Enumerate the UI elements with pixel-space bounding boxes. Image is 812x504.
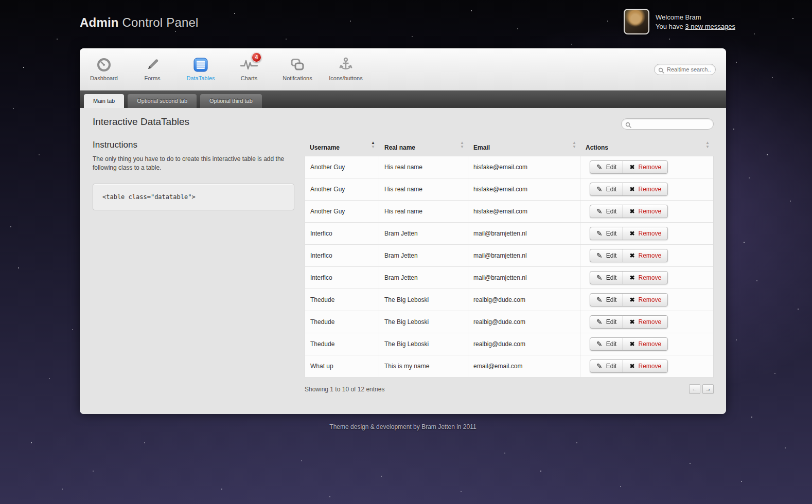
nav-item-notifications[interactable]: Notifcations	[273, 48, 322, 90]
remove-button[interactable]: ✖ Remove	[623, 359, 668, 373]
tab-optional-second[interactable]: Optional second tab	[128, 94, 197, 108]
row-actions: ✎ Edit ✖ Remove	[590, 315, 668, 329]
code-snippet: <table class="datatable">	[93, 184, 294, 210]
avatar[interactable]	[624, 9, 649, 34]
column-header-username[interactable]: Username ▲▼	[305, 139, 379, 156]
actions-cell: ✎ Edit ✖ Remove	[580, 289, 713, 311]
column-header-actions[interactable]: Actions ▲▼	[580, 139, 714, 156]
edit-button[interactable]: ✎ Edit	[590, 183, 623, 196]
nav-label: Dashboard	[80, 75, 128, 81]
row-actions: ✎ Edit ✖ Remove	[590, 227, 668, 240]
table-row: What up This is my name email@email.com …	[305, 355, 713, 377]
edit-button[interactable]: ✎ Edit	[590, 160, 623, 174]
edit-pencil-icon: ✎	[596, 163, 603, 171]
nav-label: Icons/buttons	[322, 75, 370, 81]
edit-button[interactable]: ✎ Edit	[590, 249, 623, 262]
row-actions: ✎ Edit ✖ Remove	[590, 205, 668, 218]
instructions-heading: Instructions	[93, 140, 294, 150]
column-header-email[interactable]: Email ▲▼	[468, 139, 580, 156]
table-row: Interfico Bram Jetten mail@bramjetten.nl…	[305, 267, 713, 289]
remove-button[interactable]: ✖ Remove	[623, 271, 668, 284]
column-header-real-name[interactable]: Real name ▲▼	[379, 139, 468, 156]
nav-label: Notifcations	[273, 75, 322, 81]
edit-pencil-icon: ✎	[596, 185, 603, 193]
row-actions: ✎ Edit ✖ Remove	[590, 337, 668, 351]
site-header: Admin Control Panel Welcome Bram You hav…	[0, 0, 812, 48]
previous-page-button[interactable]: ←	[689, 384, 700, 394]
page-title: Interactive DataTables	[93, 116, 189, 128]
sort-control: ▲▼	[371, 141, 375, 149]
table-row: Interfico Bram Jetten mail@bramjetten.nl…	[305, 223, 713, 245]
remove-button-label: Remove	[638, 186, 661, 193]
edit-button-label: Edit	[606, 252, 617, 259]
remove-button[interactable]: ✖ Remove	[623, 205, 668, 218]
sort-descending-icon: ▼	[572, 145, 576, 149]
nav-item-forms[interactable]: Forms	[128, 48, 176, 90]
email-cell: realbig@dude.com	[468, 333, 580, 355]
next-page-button[interactable]: →	[702, 384, 714, 394]
remove-button[interactable]: ✖ Remove	[623, 183, 668, 196]
nav-item-datatables[interactable]: DataTables	[176, 48, 225, 90]
remove-button[interactable]: ✖ Remove	[623, 227, 668, 240]
nav-item-dashboard[interactable]: Dashboard	[80, 48, 128, 90]
sort-descending-icon: ▼	[371, 145, 375, 149]
tab-optional-third[interactable]: Optional third tab	[200, 94, 262, 108]
username-cell: Another Guy	[305, 201, 379, 222]
pagination: ← →	[689, 384, 714, 394]
edit-button[interactable]: ✎ Edit	[590, 293, 623, 307]
row-actions: ✎ Edit ✖ Remove	[590, 271, 668, 284]
email-cell: mail@bramjetten.nl	[468, 267, 580, 289]
real-name-cell: This is my name	[379, 355, 468, 377]
username-cell: Interfico	[305, 223, 379, 244]
tab-main[interactable]: Main tab	[84, 94, 124, 108]
username-cell: Another Guy	[305, 156, 379, 178]
messages-prefix: You have	[656, 23, 685, 30]
email-cell: email@email.com	[468, 355, 580, 377]
search-icon	[625, 121, 631, 130]
remove-x-icon: ✖	[629, 208, 634, 215]
email-cell: hisfake@email.com	[468, 156, 580, 178]
nav-item-icons-buttons[interactable]: Icons/buttons	[322, 48, 370, 90]
username-cell: Another Guy	[305, 178, 379, 200]
actions-cell: ✎ Edit ✖ Remove	[580, 223, 713, 244]
table-row: Thedude The Big Leboski realbig@dude.com…	[305, 289, 713, 311]
table-filter-search	[621, 118, 714, 130]
username-cell: Interfico	[305, 245, 379, 266]
user-text: Welcome Bram You have 3 new messages	[656, 9, 735, 34]
actions-cell: ✎ Edit ✖ Remove	[580, 245, 713, 266]
remove-button[interactable]: ✖ Remove	[623, 293, 668, 307]
actions-cell: ✎ Edit ✖ Remove	[580, 156, 713, 178]
main-panel: Dashboard Forms DataTables 4 Charts No	[80, 48, 726, 414]
remove-button[interactable]: ✖ Remove	[623, 160, 668, 174]
edit-button[interactable]: ✎ Edit	[590, 359, 623, 373]
edit-button[interactable]: ✎ Edit	[590, 205, 623, 218]
actions-cell: ✎ Edit ✖ Remove	[580, 311, 713, 333]
edit-pencil-icon: ✎	[596, 340, 603, 348]
remove-button[interactable]: ✖ Remove	[623, 315, 668, 329]
windows-icon	[273, 56, 322, 74]
actions-cell: ✎ Edit ✖ Remove	[580, 201, 713, 222]
edit-button[interactable]: ✎ Edit	[590, 315, 623, 329]
edit-button-label: Edit	[606, 340, 617, 348]
row-actions: ✎ Edit ✖ Remove	[590, 160, 668, 174]
new-messages-link[interactable]: 3 new messages	[685, 23, 735, 30]
nav-item-charts[interactable]: 4 Charts	[225, 48, 273, 90]
edit-pencil-icon: ✎	[596, 229, 603, 238]
table-filter-input[interactable]	[621, 118, 714, 130]
actions-cell: ✎ Edit ✖ Remove	[580, 267, 713, 289]
remove-button[interactable]: ✖ Remove	[623, 337, 668, 351]
edit-button[interactable]: ✎ Edit	[590, 337, 623, 351]
email-cell: realbig@dude.com	[468, 289, 580, 311]
edit-button[interactable]: ✎ Edit	[590, 227, 623, 240]
real-name-cell: Bram Jetten	[379, 245, 468, 266]
edit-button[interactable]: ✎ Edit	[590, 271, 623, 284]
remove-x-icon: ✖	[629, 186, 634, 193]
edit-button-label: Edit	[606, 296, 617, 303]
edit-pencil-icon: ✎	[596, 318, 603, 326]
table-footer: Showing 1 to 10 of 12 entries ← →	[305, 384, 714, 394]
remove-x-icon: ✖	[629, 296, 634, 303]
pencil-icon	[128, 56, 176, 74]
edit-pencil-icon: ✎	[596, 251, 603, 260]
remove-button[interactable]: ✖ Remove	[623, 249, 668, 262]
row-actions: ✎ Edit ✖ Remove	[590, 249, 668, 262]
